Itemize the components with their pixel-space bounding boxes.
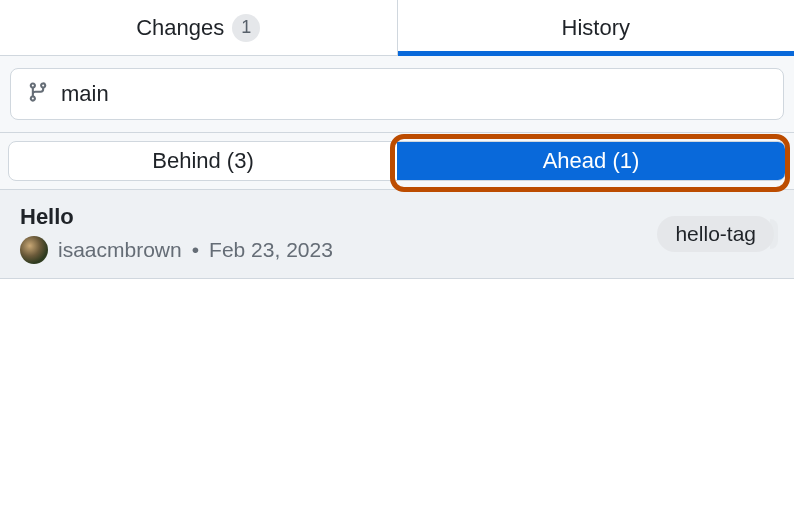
avatar [20, 236, 48, 264]
commit-title: Hello [20, 204, 333, 230]
branch-selector[interactable]: main [10, 68, 784, 120]
tag-label: hello-tag [675, 222, 756, 245]
segment-ahead[interactable]: Ahead (1) [397, 142, 785, 180]
changes-count-badge: 1 [232, 14, 260, 42]
tab-bar: Changes 1 History [0, 0, 794, 56]
commit-meta: isaacmbrown • Feb 23, 2023 [20, 236, 333, 264]
tag-pill[interactable]: hello-tag [657, 216, 774, 252]
commit-date: Feb 23, 2023 [209, 238, 333, 262]
commit-info: Hello isaacmbrown • Feb 23, 2023 [20, 204, 333, 264]
tab-history[interactable]: History [398, 0, 795, 55]
segmented-control: Behind (3) Ahead (1) [8, 141, 786, 181]
segment-ahead-label: Ahead (1) [543, 148, 640, 174]
segment-behind[interactable]: Behind (3) [9, 142, 397, 180]
tab-history-label: History [562, 15, 630, 41]
git-branch-icon [27, 81, 49, 107]
commit-row[interactable]: Hello isaacmbrown • Feb 23, 2023 hello-t… [0, 190, 794, 279]
branch-bar: main [0, 56, 794, 133]
commit-list: Hello isaacmbrown • Feb 23, 2023 hello-t… [0, 190, 794, 279]
separator-dot: • [192, 238, 199, 262]
compare-bar: Behind (3) Ahead (1) [0, 133, 794, 190]
branch-name: main [61, 81, 109, 107]
commit-author: isaacmbrown [58, 238, 182, 262]
tab-changes-label: Changes [136, 15, 224, 41]
tab-changes[interactable]: Changes 1 [0, 0, 398, 55]
segment-behind-label: Behind (3) [152, 148, 254, 174]
